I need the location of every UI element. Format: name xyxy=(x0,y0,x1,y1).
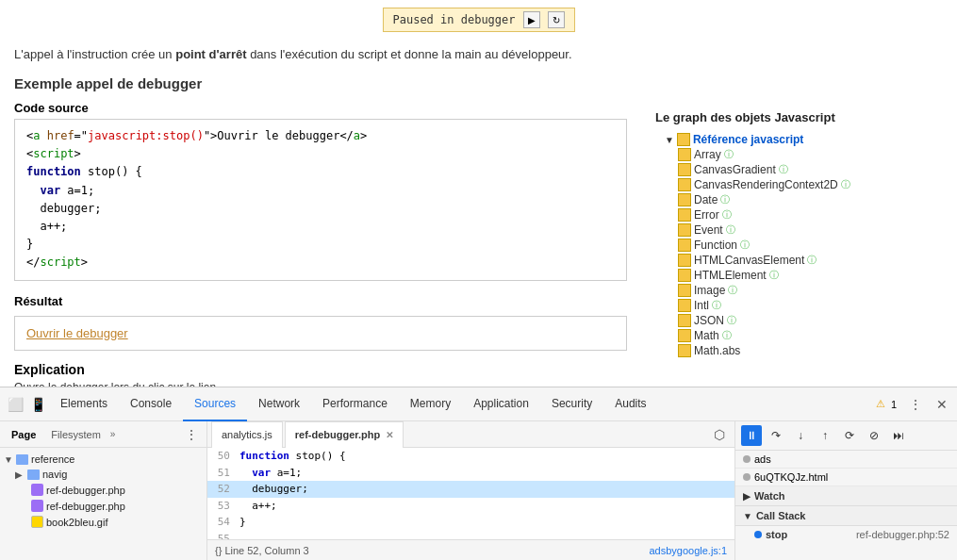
devtools-tab-elements[interactable]: Elements xyxy=(49,387,119,421)
line-content-52: debugger; xyxy=(236,481,734,498)
resultat-link[interactable]: Ouvrir le debugger xyxy=(26,326,128,340)
page-intro: L'appel à l'instruction crée un point d'… xyxy=(14,47,943,61)
tree-item-function[interactable]: Function ⓘ xyxy=(655,238,933,253)
tree-label-php1: ref-debugger.php xyxy=(46,485,125,496)
file-panel-more-btn[interactable]: ⋮ xyxy=(180,423,203,446)
devtools-inspect-btn[interactable]: ⬜ xyxy=(4,393,26,416)
devtools-device-btn[interactable]: 📱 xyxy=(26,393,49,416)
tree-item-canvasrenderingcontext2d[interactable]: CanvasRenderingContext2D ⓘ xyxy=(655,177,933,192)
watch-section[interactable]: ▶ Watch xyxy=(735,486,957,506)
debug-content: ads 6uQTKQJz.html ▶ Watch ▼ Call Stack xyxy=(735,451,957,560)
code-tab-actions: ⬡ xyxy=(708,423,731,446)
tree-root[interactable]: ▼ Référence javascript xyxy=(655,132,933,147)
tree-item-image[interactable]: Image ⓘ xyxy=(655,283,933,298)
code-source-box: <a href="javascript:stop()">Ouvrir le de… xyxy=(14,119,627,281)
tree-item-intl[interactable]: Intl ⓘ xyxy=(655,298,933,313)
code-tab-analytics[interactable]: analytics.js xyxy=(211,421,283,448)
page-section-title: Exemple appel de debugger xyxy=(14,75,943,91)
tree-row-ref-debugger-php-2[interactable]: ref-debugger.php xyxy=(0,498,206,514)
tree-item-canvasgradient[interactable]: CanvasGradient ⓘ xyxy=(655,162,933,177)
code-line-52: 52 debugger; xyxy=(207,481,734,498)
debugger-resume-btn[interactable]: ▶ xyxy=(523,11,540,28)
debug-step-into-btn[interactable]: ↓ xyxy=(790,425,811,446)
devtools-body: Page Filesystem » ⋮ ▼ reference ▶ navig xyxy=(0,421,957,560)
code-tab-analytics-label: analytics.js xyxy=(222,429,272,440)
debug-item-html: 6uQTKQJz.html xyxy=(735,469,957,486)
debug-deactivate-btn[interactable]: ⊘ xyxy=(864,425,884,446)
info-icon: ⓘ xyxy=(740,239,750,252)
code-source-label: Code source xyxy=(14,101,627,115)
devtools-tab-audits[interactable]: Audits xyxy=(603,387,657,421)
tree-item-event[interactable]: Event ⓘ xyxy=(655,222,933,238)
callstack-section-label: Call Stack xyxy=(756,510,806,521)
tree-item-math-abs[interactable]: Math.abs xyxy=(655,343,933,358)
debug-step-out-btn[interactable]: ↑ xyxy=(815,425,835,446)
file-tab-more[interactable]: » xyxy=(110,429,116,439)
callstack-item-stop[interactable]: stop ref-debugger.php:52 xyxy=(735,526,957,543)
debug-pause-btn[interactable]: ⏸ xyxy=(741,425,762,446)
tree-row-book2bleu[interactable]: book2bleu.gif xyxy=(0,514,206,530)
devtools-tab-memory[interactable]: Memory xyxy=(399,387,462,421)
code-tab-ref-debugger[interactable]: ref-debugger.php ✕ xyxy=(285,421,404,448)
explication-title: Explication xyxy=(14,362,627,377)
line-content-51: var a=1; xyxy=(236,465,734,482)
debug-dot-html xyxy=(743,473,751,481)
devtools-tab-performance[interactable]: Performance xyxy=(311,387,399,421)
tree-label: CanvasGradient xyxy=(694,163,776,176)
folder-icon xyxy=(678,223,691,237)
devtools-tab-application[interactable]: Application xyxy=(462,387,540,421)
devtools-tabs-list: ElementsConsoleSourcesNetworkPerformance… xyxy=(49,387,658,421)
devtools-tab-security[interactable]: Security xyxy=(540,387,603,421)
code-format-btn[interactable]: ⬡ xyxy=(708,423,731,446)
tree-row-navig[interactable]: ▶ navig xyxy=(0,467,206,482)
info-icon: ⓘ xyxy=(722,208,732,222)
tree-item-date[interactable]: Date ⓘ xyxy=(655,192,933,207)
info-icon: ⓘ xyxy=(727,314,736,327)
tree-arrow: ▼ xyxy=(4,454,13,465)
code-status-right[interactable]: adsbygoogle.js:1 xyxy=(649,545,727,556)
code-tab-close-btn[interactable]: ✕ xyxy=(386,430,393,440)
tree-row-reference[interactable]: ▼ reference xyxy=(0,452,206,467)
debugger-refresh-btn[interactable]: ↻ xyxy=(548,11,565,28)
tree-item-math[interactable]: Math ⓘ xyxy=(655,328,933,343)
tree-label-navig: navig xyxy=(42,469,67,480)
tree-item-json[interactable]: JSON ⓘ xyxy=(655,313,933,328)
tree-item-htmlelement[interactable]: HTMLElement ⓘ xyxy=(655,268,933,283)
devtools: ⬜ 📱 ElementsConsoleSourcesNetworkPerform… xyxy=(0,387,957,560)
debug-dot-ads xyxy=(743,455,751,463)
debug-continue-btn[interactable]: ⟳ xyxy=(839,425,860,446)
tree-item-array[interactable]: Array ⓘ xyxy=(655,147,933,162)
callstack-arrow-icon: ▼ xyxy=(743,511,752,521)
resultat-label: Résultat xyxy=(14,294,627,308)
devtools-tab-console[interactable]: Console xyxy=(119,387,183,421)
code-tabs: analytics.js ref-debugger.php ✕ ⬡ xyxy=(207,421,734,448)
devtools-tab-sources[interactable]: Sources xyxy=(183,387,247,421)
devtools-more-btn[interactable]: ⋮ xyxy=(904,393,927,416)
line-num-53: 53 xyxy=(207,498,236,515)
code-line-50: 50 function stop() { xyxy=(207,448,734,465)
debug-item-ads: ads xyxy=(735,451,957,469)
debugger-banner: Paused in debugger ▶ ↻ xyxy=(382,8,574,32)
debug-more-btn[interactable]: ⏭ xyxy=(888,425,909,446)
info-icon: ⓘ xyxy=(728,284,737,297)
info-icon: ⓘ xyxy=(841,178,850,191)
folder-icon xyxy=(677,133,690,146)
tree-label: CanvasRenderingContext2D xyxy=(694,178,838,191)
devtools-close-btn[interactable]: ✕ xyxy=(931,393,953,416)
tree-root-label: Référence javascript xyxy=(693,133,803,146)
info-icon: ⓘ xyxy=(769,269,779,282)
folder-icon xyxy=(678,178,691,191)
tree-label: Math.abs xyxy=(694,344,740,357)
tree-label: HTMLElement xyxy=(694,269,767,282)
callstack-section[interactable]: ▼ Call Stack xyxy=(735,506,957,526)
file-tab-filesystem[interactable]: Filesystem xyxy=(43,429,108,440)
tree-row-ref-debugger-php-1[interactable]: ref-debugger.php xyxy=(0,482,206,498)
code-tab-ref-debugger-label: ref-debugger.php xyxy=(295,429,380,440)
devtools-tab-network[interactable]: Network xyxy=(247,387,311,421)
folder-icon xyxy=(678,284,691,297)
file-tab-page[interactable]: Page xyxy=(4,429,43,440)
debug-step-over-btn[interactable]: ↷ xyxy=(766,425,786,446)
tree-item-error[interactable]: Error ⓘ xyxy=(655,207,933,222)
tree-item-htmlcanvaselement[interactable]: HTMLCanvasElement ⓘ xyxy=(655,253,933,268)
folder-icon xyxy=(678,239,691,252)
